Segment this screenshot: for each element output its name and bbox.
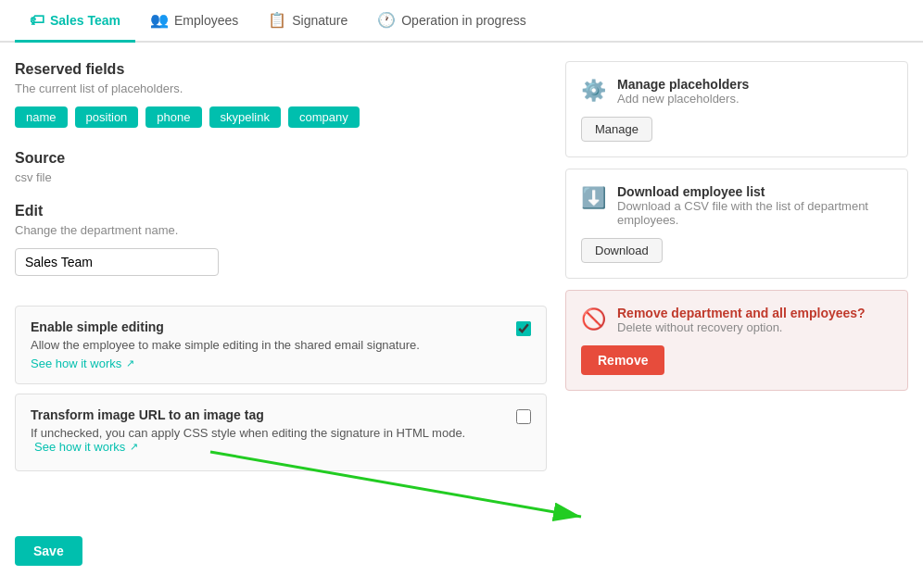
download-panel: ⬇️ Download employee list Download a CSV… bbox=[565, 169, 908, 279]
tab-bar: 🏷 Sales Team 👥 Employees 📋 Signature 🕐 O… bbox=[0, 0, 923, 43]
source-section: Source csv file bbox=[15, 150, 547, 184]
save-button[interactable]: Save bbox=[15, 536, 82, 566]
tag-skypelink: skypelink bbox=[209, 106, 281, 128]
tab-signature[interactable]: 📋 Signature bbox=[253, 0, 362, 43]
tag-name: name bbox=[15, 106, 68, 128]
main-content: Reserved fields The current list of plac… bbox=[0, 43, 923, 584]
edit-desc: Change the department name. bbox=[15, 223, 547, 237]
manage-header: ⚙️ Manage placeholders Add new placehold… bbox=[581, 77, 892, 106]
enable-editing-link[interactable]: See how it works bbox=[31, 357, 134, 370]
transform-image-link[interactable]: See how it works bbox=[34, 440, 138, 454]
download-icon: ⬇️ bbox=[581, 186, 606, 210]
download-desc: Download a CSV file with the list of dep… bbox=[617, 199, 892, 227]
manage-panel: ⚙️ Manage placeholders Add new placehold… bbox=[565, 61, 908, 157]
reserved-fields-desc: The current list of placeholders. bbox=[15, 81, 547, 95]
tab-operation-label: Operation in progress bbox=[401, 13, 526, 28]
download-text: Download employee list Download a CSV fi… bbox=[617, 184, 892, 227]
remove-title: Remove department and all employees? bbox=[617, 306, 866, 320]
remove-desc: Delete without recovery option. bbox=[617, 320, 866, 334]
tab-sales-team-label: Sales Team bbox=[50, 13, 120, 28]
green-arrow bbox=[201, 443, 590, 526]
edit-title: Edit bbox=[15, 203, 547, 219]
operation-icon: 🕐 bbox=[377, 11, 396, 29]
tab-employees-label: Employees bbox=[174, 13, 238, 28]
manage-text: Manage placeholders Add new placeholders… bbox=[617, 77, 749, 106]
tab-sales-team[interactable]: 🏷 Sales Team bbox=[15, 0, 135, 43]
reserved-fields-section: Reserved fields The current list of plac… bbox=[15, 61, 547, 128]
employees-icon: 👥 bbox=[150, 11, 169, 29]
download-title: Download employee list bbox=[617, 184, 892, 199]
left-column: Reserved fields The current list of plac… bbox=[15, 61, 547, 566]
right-column: ⚙️ Manage placeholders Add new placehold… bbox=[565, 61, 908, 566]
source-desc: csv file bbox=[15, 170, 547, 184]
download-header: ⬇️ Download employee list Download a CSV… bbox=[581, 184, 892, 227]
manage-desc: Add new placeholders. bbox=[617, 92, 749, 106]
department-name-input[interactable] bbox=[15, 248, 219, 276]
reserved-fields-title: Reserved fields bbox=[15, 61, 547, 78]
remove-button[interactable]: Remove bbox=[581, 345, 664, 375]
save-button-container: Save bbox=[15, 536, 547, 566]
transform-image-checkbox[interactable] bbox=[516, 409, 531, 424]
remove-text: Remove department and all employees? Del… bbox=[617, 306, 866, 334]
enable-editing-checkbox[interactable] bbox=[516, 321, 531, 336]
edit-section: Edit Change the department name. bbox=[15, 203, 547, 291]
source-title: Source bbox=[15, 150, 547, 167]
enable-editing-panel: Enable simple editing Allow the employee… bbox=[15, 306, 547, 384]
download-button[interactable]: Download bbox=[581, 238, 663, 263]
tab-operation[interactable]: 🕐 Operation in progress bbox=[362, 0, 541, 43]
remove-icon: 🚫 bbox=[581, 307, 606, 332]
tag-position: position bbox=[75, 106, 139, 128]
sales-team-icon: 🏷 bbox=[30, 12, 44, 29]
remove-header: 🚫 Remove department and all employees? D… bbox=[581, 306, 892, 334]
remove-panel: 🚫 Remove department and all employees? D… bbox=[565, 290, 908, 391]
signature-icon: 📋 bbox=[268, 11, 286, 29]
tab-employees[interactable]: 👥 Employees bbox=[135, 0, 253, 43]
manage-title: Manage placeholders bbox=[617, 77, 749, 92]
placeholder-tags: name position phone skypelink company bbox=[15, 106, 547, 128]
transform-image-panel: Transform image URL to an image tag If u… bbox=[15, 394, 547, 471]
enable-editing-title: Enable simple editing bbox=[31, 319, 531, 334]
tag-phone: phone bbox=[145, 106, 201, 128]
svg-line-1 bbox=[210, 452, 581, 517]
enable-editing-desc: Allow the employee to make simple editin… bbox=[31, 338, 531, 352]
tag-company: company bbox=[288, 106, 360, 128]
gear-icon: ⚙️ bbox=[581, 79, 606, 103]
transform-image-title: Transform image URL to an image tag bbox=[31, 407, 531, 422]
tab-signature-label: Signature bbox=[292, 13, 348, 28]
manage-button[interactable]: Manage bbox=[581, 117, 652, 142]
